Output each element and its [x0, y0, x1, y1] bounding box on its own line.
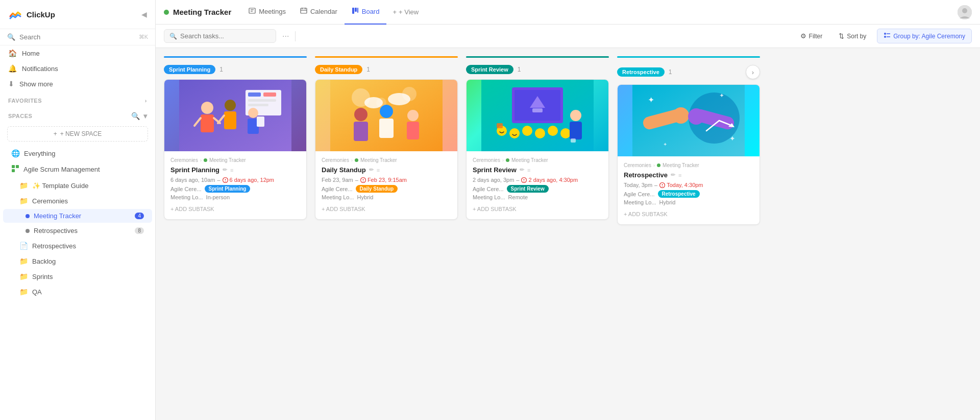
home-icon: 🏠 — [8, 49, 17, 57]
sort-icon: ⇅ — [839, 32, 844, 40]
qa-label: QA — [32, 288, 144, 296]
sprints-label: Sprints — [32, 273, 144, 281]
svg-rect-49 — [407, 122, 419, 139]
edit-icon[interactable]: ✏ — [520, 167, 524, 173]
tab-board[interactable]: Board — [345, 0, 387, 25]
sidebar-item-label: Notifications — [22, 65, 58, 73]
sidebar-item-notifications[interactable]: 🔔 Notifications — [0, 61, 155, 76]
svg-point-32 — [248, 108, 258, 118]
filter-button[interactable]: ⚙ Filter — [795, 29, 828, 43]
tab-meetings[interactable]: Meetings — [241, 0, 293, 25]
column-retrospective: Retrospective 1 › — [617, 56, 760, 225]
sidebar-search-bar[interactable]: 🔍 ⌘K — [0, 29, 155, 45]
card-row-agile-ceremony: Agile Cere... Retrospective — [624, 190, 753, 198]
tab-meetings-label: Meetings — [259, 8, 286, 15]
card-time-sprint-planning: 6 days ago, 10am – 6 days ago, 12pm — [170, 177, 300, 183]
sidebar-item-backlog[interactable]: 📁 Backlog — [3, 254, 152, 268]
retrospectives-dot — [26, 229, 30, 233]
card-image-daily-standup — [315, 80, 457, 151]
toolbar-more-icon[interactable]: ··· — [282, 32, 289, 41]
spaces-collapse-icon[interactable]: ▾ — [143, 112, 148, 120]
next-column-button[interactable]: › — [746, 65, 760, 79]
more-icon[interactable]: ≡ — [678, 172, 681, 178]
more-icon[interactable]: ≡ — [377, 167, 380, 173]
ceremony-tag: Daily Standup — [356, 185, 398, 193]
task-search-bar[interactable]: 🔍 — [164, 29, 276, 43]
sidebar-item-template-guide[interactable]: 📁 ✨ Template Guide — [3, 178, 152, 193]
spaces-search-icon[interactable]: 🔍 — [131, 112, 140, 120]
add-subtask-btn[interactable]: + ADD SUBTASK — [473, 202, 602, 213]
sidebar-item-everything[interactable]: 🌐 Everything — [3, 146, 152, 160]
card-retrospective[interactable]: ✦ ✦ ✦ ✦ Ceremonies › Meeting Tracker — [617, 84, 760, 225]
task-search-input[interactable] — [180, 32, 271, 40]
ceremonies-folder-icon: 📁 — [19, 197, 28, 205]
sidebar-item-show-more[interactable]: ⬇ Show more — [0, 76, 155, 91]
card-sprint-planning[interactable]: Ceremonies › Meeting Tracker Sprint Plan… — [164, 79, 307, 220]
svg-rect-45 — [379, 119, 394, 138]
sort-label: Sort by — [847, 33, 866, 40]
group-icon — [884, 32, 891, 40]
sidebar-item-sprints[interactable]: 📁 Sprints — [3, 269, 152, 284]
svg-rect-3 — [249, 8, 255, 13]
sidebar-item-meeting-tracker[interactable]: Meeting Tracker 4 — [3, 209, 152, 223]
search-input[interactable] — [19, 33, 135, 41]
new-space-button[interactable]: + + NEW SPACE — [7, 126, 148, 142]
add-subtask-btn[interactable]: + ADD SUBTASK — [170, 202, 300, 213]
toolbar-actions: ⚙ Filter ⇅ Sort by Group by: Agile Cerem… — [795, 29, 972, 43]
svg-point-70 — [524, 181, 525, 182]
col-header-daily-standup: Daily Standup 1 — [315, 65, 458, 74]
breadcrumb-dot — [204, 158, 207, 162]
sidebar-item-home[interactable]: 🏠 Home — [0, 45, 155, 61]
svg-rect-67 — [571, 138, 576, 143]
add-subtask-btn[interactable]: + ADD SUBTASK — [322, 202, 451, 213]
edit-icon[interactable]: ✏ — [223, 167, 227, 173]
svg-point-74 — [673, 107, 689, 124]
col-badge-sprint-review: Sprint Review — [466, 65, 513, 74]
sidebar-item-agile-scrum[interactable]: Agile Scrum Management — [3, 161, 152, 177]
add-subtask-btn[interactable]: + ADD SUBTASK — [624, 207, 753, 218]
svg-rect-21 — [248, 92, 261, 97]
svg-rect-34 — [257, 116, 264, 127]
sidebar-item-retrospectives-doc[interactable]: 📄 Retrospectives — [3, 239, 152, 253]
card-row-agile-ceremony: Agile Cere... Sprint Review — [473, 185, 602, 193]
ceremonies-dots-icon[interactable]: ··· — [133, 197, 138, 204]
svg-point-37 — [225, 181, 226, 182]
sidebar-item-ceremonies[interactable]: 📁 Ceremonies ··· + — [3, 194, 152, 208]
favorites-chevron-icon[interactable]: › — [145, 98, 147, 104]
edit-icon[interactable]: ✏ — [671, 172, 675, 178]
svg-rect-0 — [12, 165, 15, 168]
sidebar-collapse-btn[interactable]: ◀ — [141, 10, 147, 18]
breadcrumb-arrow: › — [200, 158, 202, 163]
card-time-sprint-review: 2 days ago, 3pm – 2 days ago, 4:30pm — [473, 177, 602, 183]
svg-point-25 — [201, 102, 213, 114]
more-icon[interactable]: ≡ — [230, 167, 233, 173]
edit-icon[interactable]: ✏ — [369, 167, 374, 173]
sidebar-item-retrospectives-list[interactable]: Retrospectives 8 — [3, 224, 152, 238]
svg-rect-22 — [263, 92, 276, 97]
sidebar-item-label: Show more — [19, 80, 53, 88]
template-guide-label: ✨ Template Guide — [32, 182, 144, 190]
col-count-sprint-planning: 1 — [219, 66, 223, 73]
ceremony-tag: Sprint Planning — [205, 185, 251, 193]
group-by-label: Group by: Agile Ceremony — [893, 33, 965, 40]
group-by-button[interactable]: Group by: Agile Ceremony — [877, 29, 972, 43]
topbar: Meeting Tracker Meetings Calendar Board — [156, 0, 980, 25]
svg-point-46 — [364, 97, 383, 108]
ceremonies-label: Ceremonies — [32, 197, 129, 205]
ceremonies-add-icon[interactable]: + — [140, 197, 144, 204]
more-icon[interactable]: ≡ — [527, 167, 530, 173]
tab-calendar[interactable]: Calendar — [293, 0, 345, 25]
sort-button[interactable]: ⇅ Sort by — [833, 29, 872, 43]
search-task-icon: 🔍 — [169, 33, 177, 40]
svg-text:✦: ✦ — [648, 96, 654, 104]
card-daily-standup[interactable]: Ceremonies › Meeting Tracker Daily Stand… — [315, 79, 458, 220]
sidebar-item-qa[interactable]: 📁 QA — [3, 285, 152, 299]
card-sprint-review[interactable]: Ceremonies › Meeting Tracker Sprint Revi… — [466, 79, 609, 220]
avatar — [958, 5, 972, 19]
sprints-icon: 📁 — [19, 272, 28, 281]
breadcrumb-dot — [657, 164, 660, 167]
tab-board-label: Board — [362, 8, 380, 15]
col-divider-retrospective — [617, 56, 760, 58]
retrospectives-list-label: Retrospectives — [34, 227, 131, 235]
add-view-button[interactable]: + + View — [386, 8, 425, 16]
